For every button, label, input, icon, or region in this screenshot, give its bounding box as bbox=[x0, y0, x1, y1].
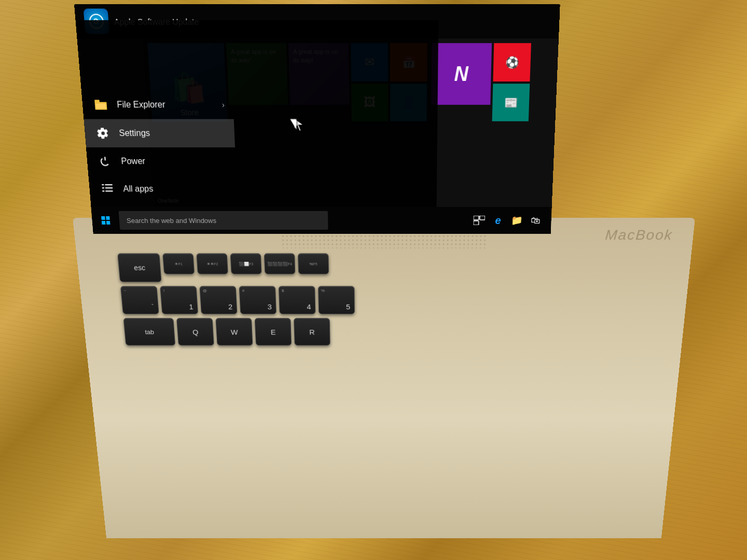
svg-rect-9 bbox=[102, 187, 104, 188]
file-explorer-label: File Explorer bbox=[117, 100, 165, 109]
key-r[interactable]: R bbox=[294, 318, 330, 345]
windows-logo-icon bbox=[101, 216, 110, 225]
macbook-body: MacBook esc ☀ F1 ☀☀ F2 ⬛⬜ F3 ⬛⬛⬛⬛ F4 bbox=[73, 218, 695, 538]
start-menu-left-panel: File Explorer › Settings bbox=[75, 20, 238, 207]
start-menu: File Explorer › Settings bbox=[75, 20, 438, 207]
svg-rect-10 bbox=[105, 187, 113, 188]
start-button[interactable] bbox=[91, 207, 120, 234]
onenote-icon: N bbox=[454, 62, 468, 86]
onenote-tile[interactable]: N OneNote bbox=[431, 43, 492, 105]
key-5[interactable]: % 5 bbox=[318, 286, 355, 314]
key-esc[interactable]: esc bbox=[117, 253, 161, 282]
key-3[interactable]: # 3 bbox=[239, 286, 276, 314]
svg-rect-14 bbox=[480, 216, 485, 220]
svg-rect-13 bbox=[474, 216, 479, 220]
tile-news[interactable]: 📰 bbox=[492, 83, 530, 121]
power-icon bbox=[97, 154, 113, 169]
macbook-brand-label: MacBook bbox=[605, 227, 674, 243]
svg-rect-15 bbox=[474, 221, 479, 225]
svg-rect-8 bbox=[105, 184, 112, 185]
key-f3[interactable]: ⬛⬜ F3 bbox=[230, 253, 262, 274]
svg-rect-11 bbox=[102, 191, 104, 192]
start-menu-power[interactable]: Power bbox=[86, 147, 236, 175]
key-tilde[interactable]: ~ ` bbox=[120, 286, 159, 314]
small-tiles-group-2: ⚽ 📰 bbox=[492, 43, 534, 121]
key-f5[interactable]: % F5 bbox=[298, 253, 329, 274]
laptop-screen: ⟳ Apple Software Update 🛍️ Store A great… bbox=[74, 4, 560, 234]
svg-rect-12 bbox=[105, 191, 113, 192]
taskbar-store-icon[interactable]: 🛍 bbox=[528, 213, 543, 228]
start-menu-right-panel bbox=[229, 20, 438, 207]
key-2[interactable]: @ 2 bbox=[199, 286, 237, 314]
key-q[interactable]: Q bbox=[176, 318, 214, 345]
key-f1[interactable]: ☀ F1 bbox=[162, 253, 195, 274]
svg-rect-5 bbox=[94, 100, 100, 103]
key-tab[interactable]: tab bbox=[123, 318, 176, 345]
taskbar-icon-area: e 📁 🛍 bbox=[472, 213, 543, 228]
key-1[interactable]: ! 1 bbox=[160, 286, 198, 314]
windows-desktop: ⟳ Apple Software Update 🛍️ Store A great… bbox=[74, 4, 560, 234]
edge-browser-icon[interactable]: e bbox=[491, 213, 506, 228]
svg-rect-6 bbox=[96, 104, 106, 109]
function-key-row: esc ☀ F1 ☀☀ F2 ⬛⬜ F3 ⬛⬛⬛⬛ F4 % F5 bbox=[117, 253, 650, 282]
letter-row-partial: tab Q W E R bbox=[123, 318, 645, 345]
tile-sports[interactable]: ⚽ bbox=[493, 43, 531, 81]
svg-rect-7 bbox=[102, 184, 104, 185]
start-menu-all-apps[interactable]: All apps bbox=[88, 175, 237, 203]
taskbar-folder-icon[interactable]: 📁 bbox=[509, 213, 524, 228]
key-w[interactable]: W bbox=[215, 318, 253, 345]
taskbar: Search the web and Windows e 📁 🛍 bbox=[91, 207, 551, 234]
all-apps-icon bbox=[100, 181, 116, 197]
task-view-icon[interactable] bbox=[472, 213, 487, 228]
key-f4[interactable]: ⬛⬛⬛⬛ F4 bbox=[264, 253, 296, 274]
file-explorer-arrow: › bbox=[222, 101, 225, 109]
key-4[interactable]: $ 4 bbox=[279, 286, 316, 314]
power-label: Power bbox=[121, 157, 146, 166]
search-placeholder-text: Search the web and Windows bbox=[126, 217, 216, 225]
file-explorer-icon bbox=[93, 97, 109, 113]
settings-label: Settings bbox=[119, 129, 150, 138]
settings-gear-icon bbox=[95, 125, 111, 141]
start-menu-file-explorer[interactable]: File Explorer › bbox=[81, 90, 234, 119]
all-apps-label: All apps bbox=[123, 184, 154, 193]
key-e[interactable]: E bbox=[255, 318, 292, 345]
taskbar-search-box[interactable]: Search the web and Windows bbox=[119, 211, 328, 230]
number-key-row: ~ ` ! 1 @ 2 # 3 $ 4 % 5 bbox=[120, 286, 647, 314]
start-menu-settings[interactable]: Settings bbox=[84, 119, 235, 148]
keyboard: esc ☀ F1 ☀☀ F2 ⬛⬜ F3 ⬛⬛⬛⬛ F4 % F5 bbox=[117, 253, 650, 530]
key-f2[interactable]: ☀☀ F2 bbox=[196, 253, 228, 274]
